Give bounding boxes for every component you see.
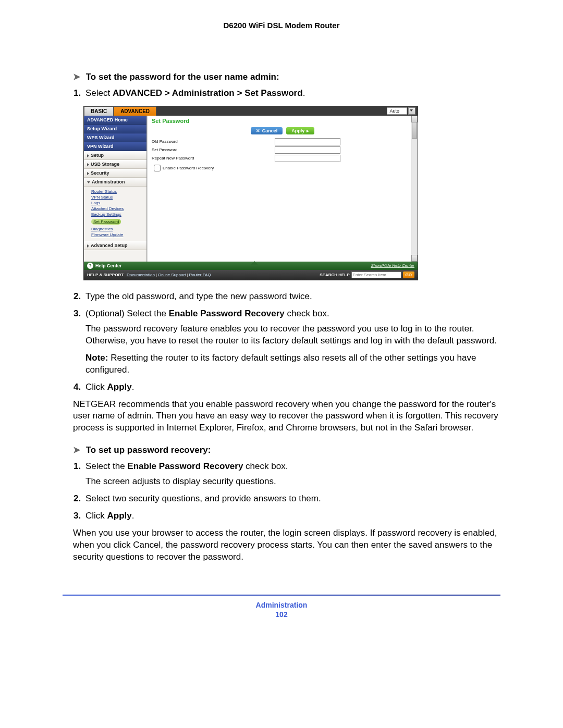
sidebar-vpn-wizard[interactable]: VPN Wizard [84, 142, 146, 151]
link-router-faq[interactable]: Router FAQ [189, 273, 211, 277]
sub-attached[interactable]: Attached Devices [91, 206, 145, 211]
sub-diagnostics[interactable]: Diagnostics [91, 227, 145, 231]
step-bold: ADVANCED > Administration > Set Password [113, 88, 303, 98]
content-pane: Set Password ✕Cancel Apply▸ Old Password… [147, 116, 418, 262]
note-text: Resetting the router to its factory defa… [85, 353, 476, 375]
chevron-down-icon[interactable] [408, 107, 415, 115]
task1-step1: Select ADVANCED > Administration > Set P… [83, 88, 500, 100]
arrow-right-icon: ▸ [307, 128, 309, 133]
tabs-right: Auto [387, 106, 418, 116]
task2-step2: Select two security questions, and provi… [83, 493, 500, 505]
task1-heading: ➤ To set the password for the user name … [73, 71, 500, 82]
step-text: Select [85, 88, 113, 98]
step-text: (Optional) Select the [85, 309, 169, 318]
close-icon: ✕ [256, 128, 260, 133]
sub-vpn-status[interactable]: VPN Status [91, 195, 145, 200]
sidebar-wps-wizard[interactable]: WPS Wizard [84, 133, 146, 142]
note-label: Note: [85, 353, 108, 363]
link-documentation[interactable]: Documentation [127, 273, 155, 277]
chevron-icon: ➤ [73, 72, 80, 82]
task1-heading-text: To set the password for the user name ad… [86, 72, 279, 82]
scroll-down-icon[interactable] [411, 255, 418, 262]
input-repeat-password[interactable] [275, 155, 340, 162]
task2-step3: Click Apply. [83, 510, 500, 522]
task2-heading-text: To set up password recovery: [86, 445, 211, 455]
tab-basic[interactable]: BASIC [84, 106, 114, 117]
task2-step1-body: The screen adjusts to display security q… [85, 476, 500, 488]
step-bold: Apply [107, 511, 132, 521]
row-set-password: Set Password [148, 146, 418, 154]
sidebar-label: USB Storage [91, 162, 119, 167]
input-set-password[interactable] [275, 146, 340, 154]
language-select[interactable]: Auto [387, 107, 407, 115]
go-button[interactable]: GO [403, 272, 414, 278]
step-bold: Enable Password Recovery [169, 309, 285, 318]
task1-step3: (Optional) Select the Enable Password Re… [83, 308, 500, 376]
chevron-icon: ➤ [73, 445, 80, 455]
label-old-password: Old Password [152, 139, 219, 144]
caret-icon [87, 244, 89, 248]
task2-step1: Select the Enable Password Recovery chec… [83, 461, 500, 488]
step-text: Click [85, 382, 107, 392]
help-icon: ? [87, 263, 93, 269]
sidebar-advanced-home[interactable]: ADVANCED Home [84, 116, 146, 125]
sidebar-setup-wizard[interactable]: Setup Wizard [84, 125, 146, 133]
step-text: Select the [85, 461, 127, 471]
task1-step2: Type the old password, and type the new … [83, 291, 500, 303]
caret-down-icon [87, 181, 90, 183]
label-repeat-password: Repeat New Password [152, 156, 219, 161]
link-online-support[interactable]: Online Support [158, 273, 186, 277]
content-title: Set Password [148, 116, 418, 126]
help-center-bar[interactable]: ? Help Center Show/Hide Help Center [84, 262, 418, 270]
apply-button[interactable]: Apply▸ [286, 127, 314, 134]
sidebar-setup[interactable]: Setup [84, 151, 146, 160]
sub-backup[interactable]: Backup Settings [91, 212, 145, 217]
sidebar-adv-setup[interactable]: Advanced Setup [84, 241, 146, 250]
task1-step3-body: The password recovery feature enables yo… [85, 323, 500, 347]
sub-firmware[interactable]: Firmware Update [91, 232, 145, 237]
doc-header-title: D6200 WiFi DSL Modem Router [63, 21, 500, 30]
scrollbar-vertical[interactable] [411, 116, 418, 262]
task1-after-paragraph: NETGEAR recommends that you enable passw… [73, 399, 500, 435]
button-row: ✕Cancel Apply▸ [148, 127, 418, 134]
caret-up-icon [251, 261, 258, 265]
step-bold: Enable Password Recovery [127, 461, 243, 471]
step-text: . [132, 382, 134, 392]
caret-icon [87, 172, 89, 175]
sidebar-security[interactable]: Security [84, 169, 146, 178]
task2-heading: ➤ To set up password recovery: [73, 445, 500, 455]
btn-label: Cancel [262, 128, 278, 133]
scroll-thumb[interactable] [412, 122, 417, 139]
sidebar-administration[interactable]: Administration [84, 178, 146, 187]
help-toggle-link[interactable]: Show/Hide Help Center [371, 263, 414, 268]
input-old-password[interactable] [275, 138, 340, 145]
footer-bar: HELP & SUPPORT Documentation | Online Su… [84, 270, 418, 280]
task1-steps-cont: Type the old password, and type the new … [83, 291, 500, 393]
checkbox-enable-recovery[interactable] [154, 165, 161, 171]
label-enable-recovery: Enable Password Recovery [163, 166, 214, 170]
btn-label: Apply [291, 128, 304, 133]
sub-router-status[interactable]: Router Status [91, 189, 145, 194]
page-footer: Administration 102 [63, 601, 500, 619]
task1-steps: Select ADVANCED > Administration > Set P… [83, 88, 500, 100]
sidebar-usb[interactable]: USB Storage [84, 160, 146, 169]
task2-after-paragraph: When you use your browser to access the … [73, 527, 500, 563]
label-set-password: Set Password [152, 147, 219, 152]
page-rule [63, 595, 500, 596]
sidebar-label: Security [91, 170, 109, 176]
cancel-button[interactable]: ✕Cancel [251, 127, 283, 134]
router-body: ADVANCED Home Setup Wizard WPS Wizard VP… [84, 116, 418, 262]
sidebar-admin-sub: Router Status VPN Status Logs Attached D… [84, 187, 146, 241]
search-help-input[interactable] [351, 272, 401, 278]
help-center-label: Help Center [95, 263, 122, 268]
step-bold: Apply [107, 382, 132, 392]
sub-logs[interactable]: Logs [91, 201, 145, 205]
sub-set-password[interactable]: Set Password [91, 219, 121, 225]
sidebar-label: Setup [91, 153, 104, 158]
router-screenshot: BASIC ADVANCED Auto ADVANCED Home Setup … [83, 106, 418, 280]
caret-icon [87, 163, 89, 166]
help-support-label: HELP & SUPPORT [87, 273, 124, 277]
step-text: . [303, 88, 305, 98]
search-help-label: SEARCH HELP [320, 273, 349, 277]
tab-advanced[interactable]: ADVANCED [114, 106, 156, 117]
